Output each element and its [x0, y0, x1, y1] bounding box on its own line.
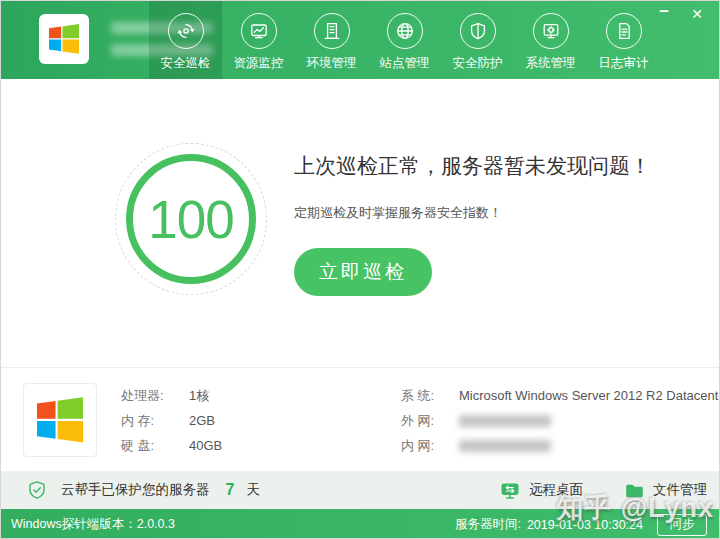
tab-site-management[interactable]: 站点管理: [368, 1, 441, 79]
globe-icon: [387, 13, 423, 49]
inspection-result-subtitle: 定期巡检及时掌握服务器安全指数！: [294, 204, 651, 222]
quick-links: 远程桌面 文件管理: [500, 481, 707, 500]
inspection-icon: [168, 13, 204, 49]
remote-desktop-label: 远程桌面: [529, 481, 583, 499]
system-gear-icon: [533, 13, 569, 49]
bottom-status-bar: Windows探针端版本：2.0.0.3 服务器时间: 2019-01-03 1…: [1, 509, 719, 539]
protection-days-unit: 天: [246, 481, 260, 499]
tab-label: 环境管理: [307, 55, 357, 72]
tab-system-management[interactable]: 系统管理: [514, 1, 587, 79]
tab-label: 资源监控: [234, 55, 284, 72]
file-manager-label: 文件管理: [653, 481, 707, 499]
spec-value: 40GB: [189, 438, 222, 453]
windows-logo-icon: [37, 397, 83, 443]
detail-value: Microsoft Windows Server 2012 R2 Datacen…: [459, 388, 720, 403]
detail-row-os: 系 统: Microsoft Windows Server 2012 R2 Da…: [401, 383, 720, 408]
app-logo: [39, 14, 89, 64]
spec-label: 硬 盘:: [121, 437, 177, 455]
score-ring: 100: [126, 154, 256, 284]
security-score-gauge: 100: [115, 143, 267, 295]
inspection-result: 上次巡检正常，服务器暂未发现问题！ 定期巡检及时掌握服务器安全指数！ 立即巡检: [294, 152, 651, 296]
status-bar-right: 服务器时间: 2019-01-03 10:30:24 同步: [455, 514, 719, 536]
tab-log-audit[interactable]: 日志审计: [587, 1, 660, 79]
spec-row-cpu: 处理器: 1核: [121, 383, 222, 408]
sync-button[interactable]: 同步: [657, 514, 707, 536]
close-button[interactable]: ✕: [688, 6, 706, 22]
spec-row-disk: 硬 盘: 40GB: [121, 433, 222, 458]
spec-label: 处理器:: [121, 387, 177, 405]
tab-label: 安全防护: [453, 55, 503, 72]
hardware-spec-list: 处理器: 1核 内 存: 2GB 硬 盘: 40GB: [121, 383, 222, 458]
tab-label: 日志审计: [599, 55, 649, 72]
server-time-label: 服务器时间:: [455, 516, 521, 533]
shield-check-icon: [27, 480, 47, 500]
private-ip-redacted: [459, 440, 551, 452]
public-ip-redacted: [459, 415, 551, 427]
server-building-icon: [314, 13, 350, 49]
tab-security-inspection[interactable]: 安全巡检: [149, 1, 222, 79]
nav-tabs: 安全巡检 资源监控: [149, 1, 660, 79]
spec-value: 1核: [189, 387, 209, 405]
detail-label: 内 网:: [401, 437, 447, 455]
detail-row-private-ip: 内 网:: [401, 433, 720, 458]
folder-icon: [625, 482, 644, 499]
system-detail-list: 系 统: Microsoft Windows Server 2012 R2 Da…: [401, 383, 720, 458]
tab-security-protection[interactable]: 安全防护: [441, 1, 514, 79]
protection-days: 7: [226, 481, 235, 499]
tab-resource-monitor[interactable]: 资源监控: [222, 1, 295, 79]
tab-label: 系统管理: [526, 55, 576, 72]
detail-label: 外 网:: [401, 412, 447, 430]
inspection-result-title: 上次巡检正常，服务器暂未发现问题！: [294, 152, 651, 180]
minimize-button[interactable]: –: [655, 1, 673, 21]
protection-message: 云帮手已保护您的服务器: [61, 481, 210, 499]
server-time-value: 2019-01-03 10:30:24: [527, 518, 643, 532]
tab-label: 站点管理: [380, 55, 430, 72]
agent-version-text: Windows探针端版本：2.0.0.3: [11, 516, 175, 533]
remote-desktop-button[interactable]: 远程桌面: [500, 481, 583, 500]
protection-status-bar: 云帮手已保护您的服务器 7 天 远程桌面 文件管理: [1, 471, 719, 509]
tab-environment-management[interactable]: 环境管理: [295, 1, 368, 79]
tab-label: 安全巡检: [161, 55, 211, 72]
document-icon: [606, 13, 642, 49]
shield-icon: [460, 13, 496, 49]
spec-label: 内 存:: [121, 412, 177, 430]
remote-desktop-icon: [500, 481, 520, 500]
spec-row-memory: 内 存: 2GB: [121, 408, 222, 433]
file-manager-button[interactable]: 文件管理: [625, 481, 707, 499]
security-score-value: 100: [148, 189, 233, 250]
server-info-section: 处理器: 1核 内 存: 2GB 硬 盘: 40GB 系 统: Microsof…: [1, 367, 719, 471]
detail-row-public-ip: 外 网:: [401, 408, 720, 433]
os-logo: [23, 383, 97, 457]
windows-logo-icon: [49, 24, 79, 54]
detail-label: 系 统:: [401, 387, 447, 405]
spec-value: 2GB: [189, 413, 215, 428]
app-window: 安全巡检 资源监控: [0, 0, 720, 539]
monitor-chart-icon: [241, 13, 277, 49]
header-bar: 安全巡检 资源监控: [1, 1, 719, 79]
inspect-now-button[interactable]: 立即巡检: [294, 248, 432, 296]
